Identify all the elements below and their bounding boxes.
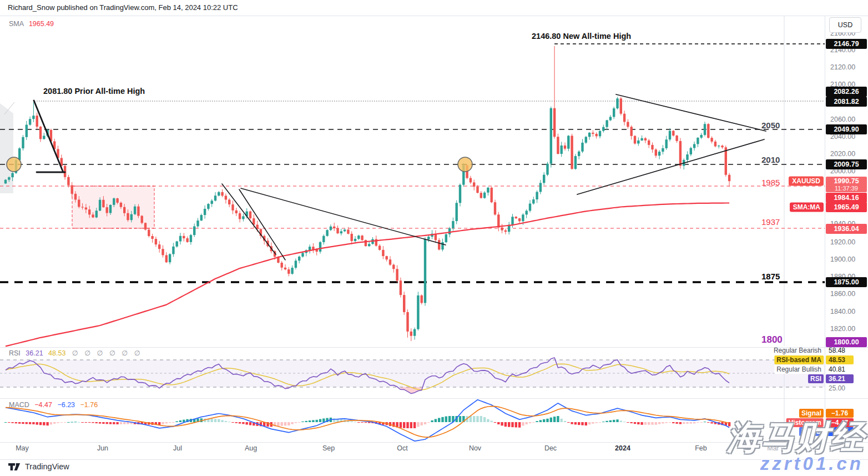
macd-legend-macd-value: −6.23 <box>57 401 75 409</box>
level-label: 1937 <box>761 217 780 227</box>
rsi-ma-legend-value: 48.53 <box>48 349 65 357</box>
axis-price-badge: 1965.49 <box>826 202 867 212</box>
axis-tick: 1920.00 <box>830 238 855 246</box>
time-axis-label: Sep <box>322 444 335 452</box>
macd-legend[interactable]: MACD −4.47 −6.23 −1.76 <box>9 401 98 409</box>
level-label: 1985 <box>761 178 780 187</box>
axis-tick: 2060.00 <box>830 116 855 123</box>
prior-ath-annotation[interactable]: 2081.80 Prior All-time High <box>43 87 145 96</box>
sma-legend[interactable]: SMA 1965.49 <box>9 20 54 28</box>
rsi-row-label: Regular Bullish <box>774 365 824 374</box>
last-price-badge: 1990.75 11:37:39 <box>826 177 867 192</box>
axis-tick: 2020.00 <box>830 150 855 158</box>
macd-top-separator <box>0 398 868 399</box>
last-price-value: 1990.75 <box>826 177 867 185</box>
new-ath-annotation[interactable]: 2146.80 New All-time High <box>532 32 631 41</box>
level-label: 2010 <box>761 155 780 164</box>
xauusd-flag-label: XAUUSD <box>792 177 820 185</box>
time-axis-label: Nov <box>469 444 481 452</box>
xauusd-price-flag: XAUUSD <box>789 177 824 186</box>
axis-price-badge: 2082.26 <box>826 87 867 97</box>
axis-tick: 2120.00 <box>830 63 855 71</box>
macd-legend-title: MACD <box>9 401 29 409</box>
rsi-row-value: 48.53 <box>826 355 854 364</box>
sma-ma-flag-label: SMA:MA <box>793 203 820 211</box>
axis-tick: 1900.00 <box>830 255 855 263</box>
axis-tick: 1820.00 <box>830 325 855 333</box>
watermark-url: zzrt01.cn <box>760 453 864 474</box>
sma-legend-value: 1965.49 <box>29 20 54 28</box>
axis-price-badge: 1984.16 <box>826 193 867 203</box>
axis-price-badge: 1875.00 <box>826 277 867 287</box>
rsi-legend-empty-values: ∅ ∅ ∅ ∅ ∅ ∅ <box>72 349 143 357</box>
time-axis-label: Oct <box>397 444 407 452</box>
axis-price-badge: 1936.04 <box>826 224 867 234</box>
time-axis-label: May <box>16 444 29 452</box>
tradingview-chart-page: Richard_Snow published on TradingView.co… <box>0 0 868 476</box>
rsi-legend-title: RSI <box>9 349 21 357</box>
axis-price-badge: 2049.90 <box>826 124 867 134</box>
time-axis-label: Dec <box>544 444 557 452</box>
currency-toggle-button[interactable]: USD <box>829 17 861 33</box>
level-label: 2050 <box>761 121 780 130</box>
rsi-row-label: RSI <box>808 374 824 383</box>
rsi-row-label: RSI-based MA <box>774 355 824 364</box>
time-axis-label: Aug <box>245 444 257 452</box>
rsi-row-value: 25.00 <box>826 384 854 393</box>
tradingview-brand-text: TradingView <box>25 462 69 471</box>
time-axis-label: Feb <box>695 444 707 452</box>
tradingview-footer[interactable]: TradingView <box>8 462 69 471</box>
level-label: 1875 <box>761 272 780 281</box>
time-axis-label: Jul <box>173 444 182 452</box>
chart-canvas[interactable] <box>0 0 868 476</box>
axis-price-badge: 2009.75 <box>826 159 867 169</box>
level-label: 1800 <box>761 334 783 345</box>
rsi-legend[interactable]: RSI 36.21 48.53 ∅ ∅ ∅ ∅ ∅ ∅ <box>9 349 143 357</box>
rsi-row-value: 40.81 <box>826 365 854 374</box>
rsi-legend-value: 36.21 <box>26 349 43 357</box>
axis-price-badge: 2146.79 <box>826 39 867 49</box>
sma-legend-label: SMA <box>9 20 23 28</box>
rsi-top-separator <box>0 347 868 348</box>
sma-ma-price-flag: SMA:MA <box>790 203 824 212</box>
axis-tick: 1860.00 <box>830 290 855 298</box>
tradingview-logo-icon <box>8 463 21 471</box>
time-axis-label: Jun <box>97 444 108 452</box>
axis-tick: 1840.00 <box>830 308 855 315</box>
macd-legend-signal-value: −1.76 <box>80 401 98 409</box>
rsi-row-value: 36.21 <box>826 374 854 383</box>
axis-price-badge: 2081.82 <box>826 97 867 107</box>
price-axis-border <box>825 16 825 442</box>
time-axis-label: 2024 <box>615 444 630 452</box>
macd-legend-hist-value: −4.47 <box>34 401 52 409</box>
countdown-timer: 11:37:39 <box>826 185 867 192</box>
